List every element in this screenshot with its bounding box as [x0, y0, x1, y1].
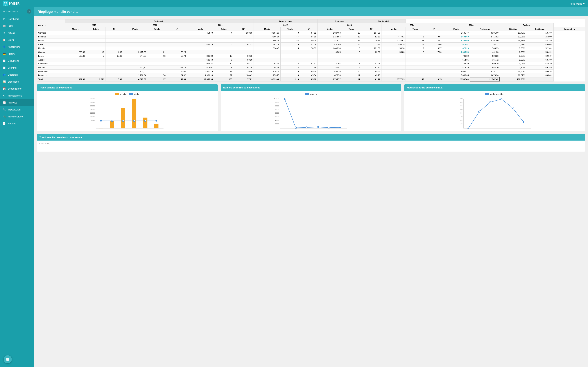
- table-cell: [254, 58, 281, 62]
- sidebar-item-statistiche[interactable]: 📊 Statistiche: [0, 78, 34, 85]
- table-cell: 483,70: [187, 42, 214, 46]
- table-header-dati-storici: Dati storici: [65, 19, 254, 23]
- table-cell: Maggio: [37, 46, 65, 50]
- svg-text:6000: 6000: [275, 112, 279, 114]
- media-dot2-2020: [479, 111, 480, 112]
- table-cell: 7: [86, 54, 105, 58]
- sidebar-item-scontrini[interactable]: 🧾 Scontrini: [0, 64, 34, 71]
- table-cell: [361, 54, 381, 58]
- sidebar-item-documenti[interactable]: 📄 Documenti: [0, 57, 34, 64]
- table-cell: 794,32: [470, 42, 500, 46]
- table-cell: [65, 35, 86, 39]
- table-cell: 222,30: [123, 66, 147, 70]
- app-logo: KYBER: [3, 1, 19, 6]
- table-cell: 6,39%: [500, 50, 526, 54]
- sidebar-item-impostazioni[interactable]: 🔧 Impostazioni: [0, 106, 34, 113]
- table-cell: [233, 39, 254, 42]
- legend-vendite-label: Vendite: [120, 93, 126, 95]
- legend-numero: Numero: [305, 93, 317, 95]
- svg-text:12000: 12000: [90, 112, 95, 114]
- topbar: KYBER Rossi Mario ▼: [0, 0, 588, 7]
- table-cell: [123, 42, 147, 46]
- table-cell: 730,89: [443, 54, 470, 58]
- media-scontrino-legend: Media scontrino: [406, 93, 583, 95]
- table-cell: [361, 58, 381, 62]
- sidebar-item-anagrafiche[interactable]: 👤 Anagrafiche: [0, 43, 34, 50]
- svg-text:4000: 4000: [275, 119, 279, 121]
- sidebar-label-operatori: Operatori: [8, 73, 18, 76]
- table-cell: [233, 50, 254, 54]
- th-cumulativa: Cumulativa: [553, 27, 585, 31]
- collapse-button[interactable]: «: [27, 9, 31, 14]
- table-cell: 15,66: [105, 54, 123, 58]
- table-cell: 223,00: [65, 50, 86, 54]
- table-cell: [147, 31, 167, 35]
- table-cell: 1.695,59: [443, 50, 470, 54]
- sidebar-item-listini[interactable]: 📋 Listini: [0, 36, 34, 43]
- table-cell: [342, 54, 361, 58]
- th-incidenza: Incidenza: [526, 27, 553, 31]
- table-cell: 3,66%: [500, 54, 526, 58]
- sidebar-item-fillali[interactable]: 🏢 Fillali: [0, 22, 34, 29]
- table-cell: 477,81: [381, 35, 406, 39]
- sidebar-item-management[interactable]: ⚙ Management: [0, 92, 34, 99]
- table-cell: 78,89: [300, 46, 318, 50]
- sidebar-item-reports[interactable]: 📑 Reports: [0, 120, 34, 127]
- media-dot2-2024: [523, 121, 524, 123]
- table-cell: 3.966,36: [254, 35, 281, 39]
- table-cell: [65, 58, 86, 62]
- table-cell: 8: [214, 66, 233, 70]
- table-cell: Aprile: [37, 42, 65, 46]
- table-cell: 582,38: [254, 42, 281, 46]
- table-cell: 475,50: [318, 73, 342, 77]
- th-2021-t: Totale: [214, 27, 233, 31]
- th-2023-m: Media: [381, 27, 406, 31]
- th-2022-m: Media: [318, 27, 342, 31]
- table-cell: [300, 58, 318, 62]
- table-total-cell: 160: [214, 77, 233, 81]
- table-total-cell: 0,03: [105, 77, 123, 81]
- table-total-cell: 111: [342, 77, 361, 81]
- table-cell: 79,64: [425, 35, 443, 39]
- table-cell: [406, 62, 425, 66]
- table-cell: 3.676,36: [470, 73, 500, 77]
- sidebar-item-dashboard[interactable]: ⊞ Dashboard: [0, 16, 34, 22]
- sidebar-label-analytics: Analytics: [8, 101, 17, 104]
- table-cell: [105, 39, 123, 42]
- table-cell: [281, 54, 300, 58]
- table-cell: [406, 31, 425, 35]
- documenti-icon: 📄: [3, 59, 6, 62]
- trend-vendite-card: Trend vendite su base annua Vendite Medi…: [37, 84, 218, 131]
- scontrini-chart-svg: 10000 9000 8000 7000 6000 5000 4000 2000: [223, 97, 399, 129]
- bar-2022: [132, 99, 136, 128]
- sidebar-label-articoli: Articoli: [8, 32, 15, 34]
- table-cell: 203,00: [254, 62, 281, 66]
- table-cell: [214, 46, 233, 50]
- table-total-cell: Totali: [37, 77, 65, 81]
- table-cell: 4: [342, 66, 361, 70]
- th-2019-n: N°: [105, 27, 123, 31]
- table-total-cell: 19,15: [425, 77, 443, 81]
- chat-button[interactable]: [4, 355, 12, 363]
- table-total-cell: 9.971: [86, 77, 105, 81]
- sidebar-item-operatori[interactable]: 👥 Operatori: [0, 71, 34, 78]
- sidebar-item-analytics[interactable]: 📈 Analytics: [0, 99, 34, 106]
- sales-data-table: Anno → Dati storici Anno in corso Previs…: [37, 19, 585, 82]
- table-cell: 998,35: [381, 42, 406, 46]
- table-cell: 2.716,52: [470, 35, 500, 39]
- sidebar-item-fidelity[interactable]: 💳 Fidelity: [0, 50, 34, 57]
- table-cell: 4,65: [105, 50, 123, 54]
- table-total-cell: 77,21: [233, 77, 254, 81]
- table-cell: 55,80: [381, 50, 406, 54]
- sidebar-item-articoli[interactable]: ≡ Articoli: [0, 29, 34, 36]
- table-cell: Agosto: [37, 58, 65, 62]
- bar-2023: [143, 118, 147, 128]
- table-cell: [86, 42, 105, 46]
- table-cell: 48,80%: [526, 42, 553, 46]
- user-menu[interactable]: Rossi Mario ▼: [570, 2, 585, 5]
- sidebar-label-impostazioni: Impostazioni: [8, 108, 21, 111]
- table-cell: [65, 46, 86, 50]
- sidebar-item-scadenziario[interactable]: 📅 Scadenziario: [0, 85, 34, 92]
- sidebar-item-manutenzione[interactable]: 🔨 Manutenzione: [0, 113, 34, 120]
- table-cell: 161,23: [233, 42, 254, 46]
